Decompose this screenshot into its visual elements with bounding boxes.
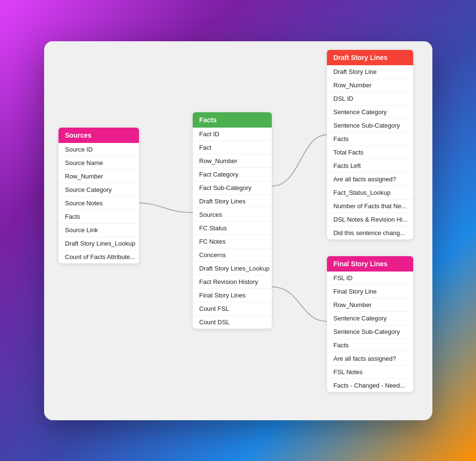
sources-field-source-notes: Source Notes bbox=[58, 197, 139, 210]
facts-field-fc-notes: FC Notes bbox=[193, 235, 272, 248]
schema-canvas: Sources Source ID Source Name Row_Number… bbox=[44, 41, 432, 420]
sources-header: Sources bbox=[58, 128, 139, 143]
draft-field-facts: Facts bbox=[327, 132, 413, 146]
facts-field-fact: Fact bbox=[193, 141, 272, 154]
facts-field-count-dsl: Count DSL bbox=[193, 316, 272, 329]
final-field-all-facts-assigned: Are all facts assigned? bbox=[327, 352, 413, 366]
facts-field-fact-revision: Fact Revision History bbox=[193, 275, 272, 289]
draft-field-did-sentence-change: Did this sentence chang... bbox=[327, 226, 413, 239]
facts-field-sources: Sources bbox=[193, 208, 272, 222]
draft-field-number-facts-ne: Number of Facts that Ne... bbox=[327, 200, 413, 213]
facts-field-concerns: Concerns bbox=[193, 248, 272, 262]
draft-field-sentence-subcategory: Sentence Sub-Category bbox=[327, 119, 413, 132]
sources-field-count-facts: Count of Facts Attribute... bbox=[58, 250, 139, 263]
final-field-fsl-id: FSL ID bbox=[327, 272, 413, 285]
facts-table: Facts Fact ID Fact Row_Number Fact Categ… bbox=[193, 112, 272, 329]
sources-field-source-category: Source Category bbox=[58, 183, 139, 197]
draft-field-dsl-id: DSL ID bbox=[327, 92, 413, 106]
final-field-sentence-subcategory: Sentence Sub-Category bbox=[327, 325, 413, 339]
facts-field-count-fsl: Count FSL bbox=[193, 302, 272, 316]
facts-field-draft-lookup: Draft Story Lines_Lookup bbox=[193, 262, 272, 275]
final-story-lines-header: Final Story Lines bbox=[327, 256, 413, 272]
draft-story-lines-header: Draft Story Lines bbox=[327, 50, 413, 65]
draft-story-lines-table: Draft Story Lines Draft Story Line Row_N… bbox=[327, 50, 413, 239]
final-story-lines-table: Final Story Lines FSL ID Final Story Lin… bbox=[327, 256, 413, 392]
sources-table: Sources Source ID Source Name Row_Number… bbox=[58, 128, 139, 263]
facts-field-fact-subcategory: Fact Sub-Category bbox=[193, 181, 272, 195]
facts-field-fact-category: Fact Category bbox=[193, 168, 272, 181]
sources-field-draft-lookup: Draft Story Lines_Lookup bbox=[58, 237, 139, 250]
draft-field-row-number: Row_Number bbox=[327, 79, 413, 92]
draft-field-dsl-notes: DSL Notes & Revision Hi... bbox=[327, 213, 413, 226]
final-field-facts: Facts bbox=[327, 339, 413, 352]
final-field-sentence-category: Sentence Category bbox=[327, 312, 413, 325]
final-field-row-number: Row_Number bbox=[327, 298, 413, 312]
sources-field-facts: Facts bbox=[58, 210, 139, 224]
draft-field-facts-left: Facts Left bbox=[327, 159, 413, 173]
draft-field-sentence-category: Sentence Category bbox=[327, 106, 413, 119]
final-field-facts-changed: Facts - Changed - Need... bbox=[327, 379, 413, 392]
draft-field-all-facts-assigned: Are all facts assigned? bbox=[327, 173, 413, 186]
sources-field-row-number: Row_Number bbox=[58, 170, 139, 183]
facts-field-fc-status: FC Status bbox=[193, 222, 272, 235]
draft-field-fact-status-lookup: Fact_Status_Lookup bbox=[327, 186, 413, 200]
facts-field-final-story-lines: Final Story Lines bbox=[193, 289, 272, 302]
facts-header: Facts bbox=[193, 112, 272, 128]
sources-field-source-name: Source Name bbox=[58, 156, 139, 170]
final-field-final-story-line: Final Story Line bbox=[327, 285, 413, 298]
facts-field-row-number: Row_Number bbox=[193, 154, 272, 168]
final-field-fsl-notes: FSL Notes bbox=[327, 366, 413, 379]
sources-field-source-link: Source Link bbox=[58, 224, 139, 237]
sources-field-source-id: Source ID bbox=[58, 143, 139, 156]
facts-field-fact-id: Fact ID bbox=[193, 128, 272, 141]
facts-field-draft-story-lines: Draft Story Lines bbox=[193, 195, 272, 208]
draft-field-draft-story-line: Draft Story Line bbox=[327, 65, 413, 79]
draft-field-total-facts: Total Facts bbox=[327, 146, 413, 159]
